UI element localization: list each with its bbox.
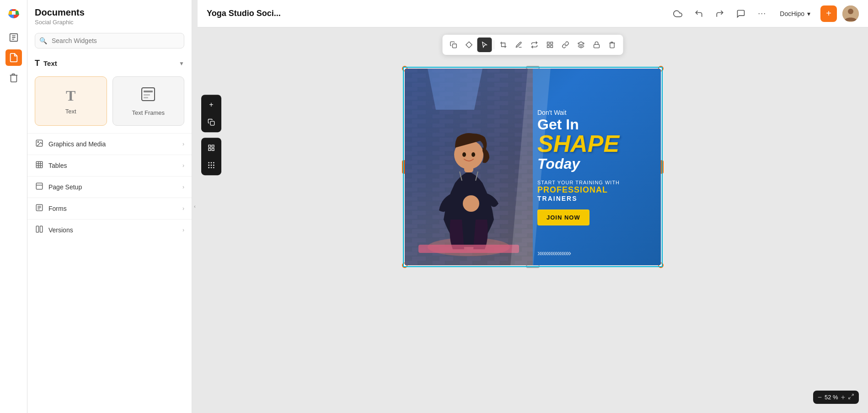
undo-button[interactable]: [691, 6, 707, 21]
more-button[interactable]: ···: [754, 6, 770, 21]
dc-join-button[interactable]: JOIN NOW: [537, 209, 589, 225]
text-frames-widget-icon: [140, 86, 156, 106]
comment-button[interactable]: [733, 6, 749, 21]
svg-point-47: [211, 167, 212, 168]
canvas-area[interactable]: +: [198, 27, 868, 413]
widget-text[interactable]: T Text: [35, 76, 107, 126]
graphics-icon: [35, 139, 44, 149]
side-dots-button[interactable]: [203, 157, 220, 173]
canvas-toolbar: [443, 35, 623, 55]
versions-arrow: ›: [182, 227, 184, 233]
doc-title: Yoga Studio Soci...: [207, 9, 281, 18]
text-section-label: Text: [43, 59, 57, 67]
svg-rect-27: [453, 44, 457, 48]
canvas-wrapper: Don't Wait Get In SHAPE Today START YOUR…: [405, 69, 661, 265]
graphics-media-section[interactable]: Graphics and Media ›: [27, 133, 192, 155]
forms-label: Forms: [48, 205, 67, 212]
text-frames-widget-label: Text Frames: [132, 109, 165, 116]
icon-bar: [0, 0, 27, 413]
tb-grid-button[interactable]: [543, 38, 557, 52]
app-logo[interactable]: [5, 5, 22, 21]
svg-point-43: [208, 165, 209, 166]
widget-text-frames[interactable]: Text Frames: [113, 76, 185, 126]
tables-section[interactable]: Tables ›: [27, 155, 192, 176]
forms-section[interactable]: Forms ›: [27, 198, 192, 219]
tb-layers-button[interactable]: [574, 38, 589, 52]
search-box: 🔍: [35, 33, 184, 48]
svg-rect-32: [551, 45, 553, 48]
svg-line-64: [849, 397, 851, 399]
svg-point-26: [848, 9, 853, 14]
page-setup-section[interactable]: Page Setup ›: [27, 176, 192, 198]
graphics-media-arrow: ›: [182, 141, 184, 147]
svg-rect-39: [212, 149, 214, 151]
svg-rect-30: [551, 42, 553, 44]
svg-point-45: [213, 165, 214, 166]
svg-rect-8: [144, 94, 150, 96]
svg-point-42: [213, 162, 214, 164]
svg-rect-34: [594, 44, 600, 48]
nav-documents[interactable]: [5, 29, 22, 46]
svg-rect-7: [144, 91, 153, 92]
svg-rect-9: [144, 97, 148, 98]
svg-point-48: [213, 167, 214, 168]
dochipo-dropdown[interactable]: DocHipo ▾: [775, 7, 815, 20]
svg-rect-38: [209, 149, 211, 151]
svg-rect-12: [36, 161, 43, 168]
text-section-header[interactable]: T Text ▼: [27, 54, 192, 73]
nav-trash[interactable]: [5, 70, 22, 86]
panel-subtitle: Social Graphic: [35, 19, 184, 26]
fullscreen-button[interactable]: [848, 393, 854, 401]
panel-title: Documents: [35, 7, 184, 18]
dc-shape: SHAPE: [537, 132, 652, 156]
tb-pointer-button[interactable]: [477, 38, 492, 52]
svg-marker-28: [466, 42, 472, 48]
search-input[interactable]: [35, 33, 184, 48]
svg-rect-17: [36, 183, 43, 189]
dc-get-in: Get In: [537, 117, 652, 132]
svg-rect-24: [40, 226, 43, 232]
search-icon: 🔍: [39, 37, 47, 44]
tb-diamond-button[interactable]: [462, 38, 477, 52]
side-grid-button[interactable]: [203, 139, 220, 156]
collapse-handle[interactable]: ‹: [192, 0, 198, 413]
versions-icon: [35, 225, 44, 235]
tb-copy-button[interactable]: [446, 38, 461, 52]
svg-rect-37: [212, 145, 214, 147]
svg-point-41: [211, 162, 212, 164]
new-document-button[interactable]: +: [820, 5, 837, 22]
tb-crop-button[interactable]: [496, 38, 511, 52]
zoom-in-button[interactable]: +: [841, 394, 845, 401]
dc-dont-wait: Don't Wait: [537, 109, 652, 116]
user-avatar[interactable]: [842, 5, 859, 22]
svg-rect-31: [547, 45, 550, 48]
versions-section[interactable]: Versions ›: [27, 219, 192, 241]
dc-trainers-text: TRAINERS: [537, 195, 652, 202]
svg-point-57: [463, 195, 479, 212]
cloud-save-button[interactable]: [670, 6, 686, 21]
side-duplicate-button[interactable]: [203, 114, 220, 130]
dc-text-side: Don't Wait Get In SHAPE Today START YOUR…: [533, 69, 661, 265]
side-add-button[interactable]: +: [203, 97, 220, 113]
text-widget-icon: T: [66, 87, 75, 104]
tb-delete-button[interactable]: [605, 38, 620, 52]
dochipo-label: DocHipo: [780, 10, 804, 17]
svg-rect-29: [547, 42, 550, 44]
main-area: Yoga Studio Soci...: [198, 0, 868, 413]
svg-point-40: [208, 162, 209, 164]
svg-point-46: [208, 167, 209, 168]
text-widget-label: Text: [65, 108, 76, 115]
side-btn-group-2: [201, 138, 221, 175]
tb-lock-button[interactable]: [589, 38, 604, 52]
tb-link-button[interactable]: [558, 38, 573, 52]
tb-flip-button[interactable]: [527, 38, 542, 52]
redo-button[interactable]: [712, 6, 728, 21]
nav-editor[interactable]: [5, 49, 22, 66]
svg-point-44: [211, 165, 212, 166]
svg-rect-62: [418, 245, 519, 253]
zoom-out-button[interactable]: −: [818, 394, 822, 401]
design-canvas[interactable]: Don't Wait Get In SHAPE Today START YOUR…: [405, 69, 661, 265]
dc-start-text: START YOUR TRAINING WITH: [537, 180, 652, 185]
tb-pen-button[interactable]: [512, 38, 526, 52]
graphics-media-label: Graphics and Media: [48, 140, 106, 148]
